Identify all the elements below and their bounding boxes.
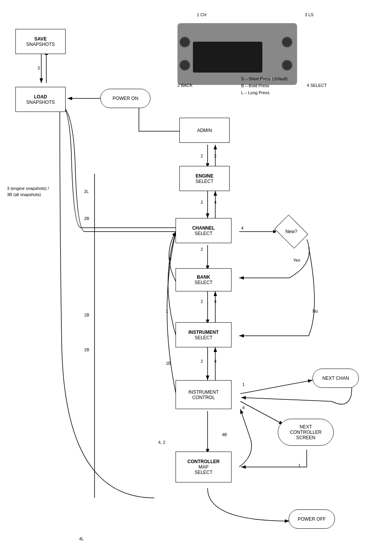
instrument-control-box: INSTRUMENTCONTROL bbox=[176, 380, 231, 409]
num-2-engine-admin: 2 bbox=[214, 154, 216, 158]
save-snapshots-sub: SNAPSHOTS bbox=[26, 42, 55, 47]
save-snapshots-label: SAVE bbox=[34, 36, 47, 42]
controller-map-sub: MAPSELECT bbox=[194, 464, 213, 475]
label-3ls: 3 LS bbox=[305, 12, 314, 17]
channel-select-sub: SELECT bbox=[194, 231, 213, 236]
admin-label: ADMIN bbox=[197, 128, 212, 133]
num-4-2-label: 4, 2 bbox=[158, 440, 165, 445]
bank-select-box: BANKSELECT bbox=[176, 268, 231, 291]
admin-box: ADMIN bbox=[179, 118, 230, 143]
new-question-label: New? bbox=[286, 229, 297, 234]
num-4l-label: 4L bbox=[79, 536, 84, 541]
yes-label: Yes bbox=[293, 258, 300, 262]
label-4select: 4 SELECT bbox=[307, 83, 327, 88]
next-chan-box: NEXT CHAN bbox=[313, 369, 359, 388]
power-off-label: POWER OFF bbox=[298, 516, 326, 522]
num-4-control-nextcontroller: 4 bbox=[242, 405, 245, 410]
label-1ch: 1 CH bbox=[197, 12, 206, 17]
arrow-3-label: 3 bbox=[37, 66, 40, 70]
num-4-bank-instrument: 4 bbox=[214, 299, 216, 304]
num-4b-label: 4B bbox=[222, 432, 227, 437]
num-4-engine-channel: 4 bbox=[214, 200, 216, 205]
instrument-select-box: INSTRUMENTSELECT bbox=[176, 322, 231, 347]
instrument-select-sub: SELECT bbox=[194, 335, 213, 340]
load-snapshots-label: LOAD bbox=[34, 94, 47, 100]
instrument-select-label: INSTRUMENT bbox=[188, 330, 219, 335]
svg-line-17 bbox=[240, 401, 284, 425]
num-2-channel-bank: 2 bbox=[201, 247, 203, 252]
num-1-nextcontroller-controller: 1 bbox=[298, 463, 301, 468]
num-2l-label: 2L bbox=[84, 189, 89, 194]
power-on-label: POWER ON bbox=[113, 96, 139, 101]
bank-select-label: BANK bbox=[197, 274, 210, 280]
num-1b-bot-label: 1B bbox=[84, 347, 89, 352]
next-chan-label: NEXT CHAN bbox=[322, 376, 349, 381]
no-label: No bbox=[313, 309, 318, 313]
channel-select-label: CHANNEL bbox=[192, 225, 215, 231]
bank-select-sub: SELECT bbox=[194, 280, 213, 285]
num-1-bank-channel: 1 bbox=[169, 257, 171, 261]
svg-line-16 bbox=[240, 380, 313, 394]
num-4-channel-new: 4 bbox=[241, 226, 243, 230]
num-2b-label: 2B bbox=[84, 216, 89, 221]
engine-select-sub: SELECT bbox=[196, 179, 214, 184]
engine-select-label: ENGINE bbox=[196, 173, 213, 179]
instrument-control-label: INSTRUMENTCONTROL bbox=[188, 389, 219, 400]
next-controller-screen-label: NEXTCONTROLLERSCREEN bbox=[290, 424, 321, 440]
num-1b-top-label: 1B bbox=[84, 313, 89, 317]
save-snapshots-box: SAVESNAPSHOTS bbox=[15, 29, 66, 54]
controller-map-select-box: CONTROLLERMAPSELECT bbox=[176, 452, 231, 482]
engine-snapshots-label: 3 (engine snapshots) /3B (all snapshots) bbox=[7, 185, 57, 198]
legend-b: B – Bold Press bbox=[241, 82, 287, 89]
num-2-instrument-control: 2 bbox=[201, 359, 203, 364]
load-snapshots-box: LOADSNAPSHOTS bbox=[15, 87, 66, 112]
num-2-admin-engine: 2 bbox=[201, 154, 203, 158]
num-2-engine-channel: 2 bbox=[201, 200, 203, 205]
controller-map-label: CONTROLLER bbox=[188, 459, 220, 464]
num-2-bank-instrument: 2 bbox=[201, 299, 203, 304]
engine-select-box: ENGINESELECT bbox=[179, 166, 230, 191]
num-1b-control-channel: 1B bbox=[166, 361, 171, 365]
legend-l: L – Long Press bbox=[241, 89, 287, 96]
num-4-instrument-control: 4 bbox=[214, 359, 216, 364]
label-2back: 2 BACK bbox=[177, 83, 193, 88]
next-controller-screen-box: NEXTCONTROLLERSCREEN bbox=[278, 419, 334, 446]
legend: S – Short Press (default) B – Bold Press… bbox=[241, 75, 287, 96]
num-1-control-nextchan: 1 bbox=[242, 382, 245, 387]
power-off-box: POWER OFF bbox=[289, 509, 335, 529]
load-snapshots-sub: SNAPSHOTS bbox=[26, 100, 55, 105]
legend-s: S – Short Press (default) bbox=[241, 75, 287, 82]
num-1-instrument-channel: 1 bbox=[166, 309, 168, 313]
channel-select-box: CHANNELSELECT bbox=[176, 218, 231, 243]
new-question-diamond: New? bbox=[276, 220, 307, 243]
power-on-box: POWER ON bbox=[100, 89, 150, 108]
